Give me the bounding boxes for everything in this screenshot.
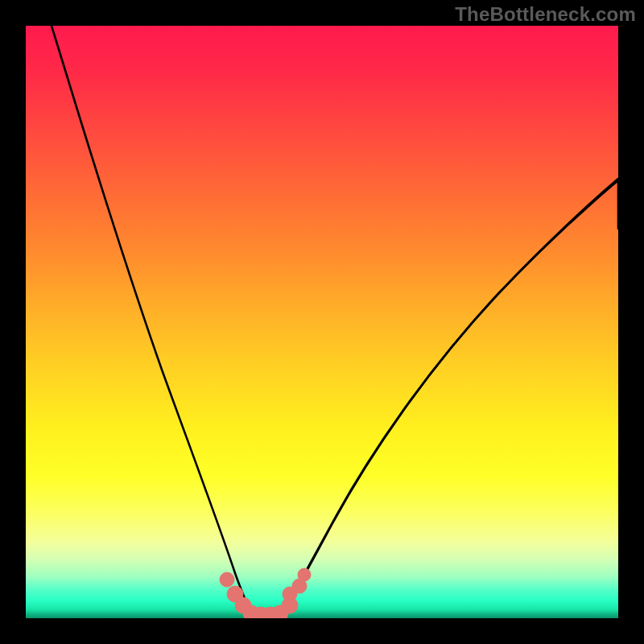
chart-frame: TheBottleneck.com	[0, 0, 644, 644]
svg-point-1	[220, 572, 234, 587]
svg-rect-12	[248, 609, 283, 618]
curve-overlay	[26, 26, 618, 618]
right-curve-main	[280, 179, 618, 618]
watermark-text: TheBottleneck.com	[455, 3, 636, 26]
right-curve	[280, 180, 618, 618]
left-curve	[52, 26, 254, 618]
plot-area	[26, 26, 618, 618]
valley-markers	[220, 568, 311, 618]
svg-point-11	[298, 568, 311, 581]
